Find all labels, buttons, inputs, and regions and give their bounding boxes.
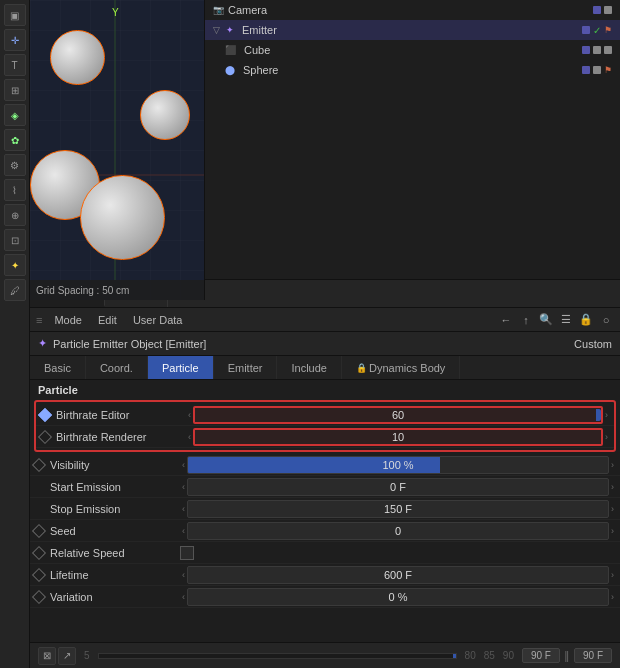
- user-data-button[interactable]: User Data: [129, 314, 187, 326]
- prop-birthrate-editor: Birthrate Editor ‹ 60 ›: [36, 404, 614, 426]
- birthrate-group: Birthrate Editor ‹ 60 › B: [34, 400, 616, 452]
- visibility-label: Visibility: [50, 459, 180, 471]
- frame-start-btn[interactable]: 90 F: [522, 648, 560, 663]
- scene-item-sphere[interactable]: ⬤ Sphere ⚑: [205, 60, 620, 80]
- timeline-ruler[interactable]: [98, 653, 457, 659]
- birthrate-renderer-diamond[interactable]: [38, 429, 52, 443]
- stop-emission-arrow-left[interactable]: ‹: [180, 504, 187, 514]
- start-emission-arrow-right[interactable]: ›: [609, 482, 616, 492]
- scene-item-emitter[interactable]: ▽ ✦ Emitter ✓ ⚑: [205, 20, 620, 40]
- prop-visibility: Visibility ‹ 100 % ›: [30, 454, 620, 476]
- viewport-3d[interactable]: Y Grid Spacing : 50 cm: [30, 0, 205, 300]
- birthrate-renderer-arrow-left[interactable]: ‹: [186, 432, 193, 442]
- prop-start-emission: Start Emission ‹ 0 F ›: [30, 476, 620, 498]
- relative-speed-label: Relative Speed: [50, 547, 180, 559]
- tab-include[interactable]: Include: [277, 356, 341, 379]
- bottom-bar: ⊠ ↗ 5 80 85 90 90 F ‖ 90 F: [30, 642, 620, 668]
- birthrate-renderer-value-container: ‹ 10 ›: [186, 428, 610, 446]
- lifetime-value-container: ‹ 600 F ›: [180, 566, 616, 584]
- start-emission-arrow-left[interactable]: ‹: [180, 482, 187, 492]
- stop-emission-label: Stop Emission: [50, 503, 180, 515]
- stop-emission-value-container: ‹ 150 F ›: [180, 500, 616, 518]
- frame-end-btn[interactable]: 90 F: [574, 648, 612, 663]
- tool-move[interactable]: ✛: [4, 29, 26, 51]
- tab-emitter[interactable]: Emitter: [214, 356, 278, 379]
- seed-diamond[interactable]: [32, 523, 46, 537]
- arrow-left-icon[interactable]: ←: [498, 312, 514, 328]
- sphere-3: [80, 175, 165, 260]
- variation-value-container: ‹ 0 % ›: [180, 588, 616, 606]
- birthrate-editor-field[interactable]: 60: [193, 406, 603, 424]
- variation-label: Variation: [50, 591, 180, 603]
- visibility-arrow-right[interactable]: ›: [609, 460, 616, 470]
- svg-text:Y: Y: [112, 7, 119, 18]
- nav-icons: ⊠ ↗: [38, 647, 76, 665]
- start-emission-field[interactable]: 0 F: [187, 478, 609, 496]
- lifetime-field[interactable]: 600 F: [187, 566, 609, 584]
- birthrate-editor-arrow-left[interactable]: ‹: [186, 410, 193, 420]
- tool-pen[interactable]: ⌇: [4, 179, 26, 201]
- tab-coord[interactable]: Coord.: [86, 356, 148, 379]
- search-icon[interactable]: 🔍: [538, 312, 554, 328]
- visibility-field[interactable]: 100 %: [187, 456, 609, 474]
- tool-select[interactable]: ▣: [4, 4, 26, 26]
- birthrate-renderer-field[interactable]: 10: [193, 428, 603, 446]
- peo-header: ✦ Particle Emitter Object [Emitter] Cust…: [30, 332, 620, 356]
- scene-item-camera[interactable]: 📷 Camera: [205, 0, 620, 20]
- bottom-tool-2[interactable]: ↗: [58, 647, 76, 665]
- tool-pen2[interactable]: 🖊: [4, 279, 26, 301]
- attr-toolbar: ≡ Mode Edit User Data ← ↑ 🔍 ☰ 🔒 ○: [30, 308, 620, 332]
- visibility-arrow-left[interactable]: ‹: [180, 460, 187, 470]
- seed-arrow-left[interactable]: ‹: [180, 526, 187, 536]
- emitter-label: Emitter: [242, 24, 277, 36]
- tab-basic[interactable]: Basic: [30, 356, 86, 379]
- seed-arrow-right[interactable]: ›: [609, 526, 616, 536]
- lock-icon[interactable]: 🔒: [578, 312, 594, 328]
- tab-particle[interactable]: Particle: [148, 356, 214, 379]
- bottom-tool-1[interactable]: ⊠: [38, 647, 56, 665]
- tool-text[interactable]: T: [4, 54, 26, 76]
- stop-emission-field[interactable]: 150 F: [187, 500, 609, 518]
- tool-light[interactable]: ✦: [4, 254, 26, 276]
- sub-tabs-row1: Basic Coord. Particle Emitter Include 🔒 …: [30, 356, 620, 380]
- sphere-label: Sphere: [243, 64, 278, 76]
- birthrate-editor-arrow-right[interactable]: ›: [603, 410, 610, 420]
- tab-dynamics[interactable]: 🔒 Dynamics Body: [342, 356, 460, 379]
- lifetime-arrow-right[interactable]: ›: [609, 570, 616, 580]
- tool-mesh[interactable]: ◈: [4, 104, 26, 126]
- left-icon-strip: ▣ ✛ T ⊞ ◈ ✿ ⚙ ⌇ ⊕ ⊡ ✦ 🖊: [0, 0, 30, 668]
- scene-item-cube[interactable]: ⬛ Cube: [205, 40, 620, 60]
- variation-field[interactable]: 0 %: [187, 588, 609, 606]
- variation-diamond[interactable]: [32, 589, 46, 603]
- variation-arrow-left[interactable]: ‹: [180, 592, 187, 602]
- visibility-diamond[interactable]: [32, 457, 46, 471]
- particle-section-label: Particle: [30, 380, 620, 398]
- circle-icon[interactable]: ○: [598, 312, 614, 328]
- tool-circle[interactable]: ⊕: [4, 204, 26, 226]
- birthrate-renderer-arrow-right[interactable]: ›: [603, 432, 610, 442]
- tool-settings[interactable]: ⚙: [4, 154, 26, 176]
- birthrate-editor-diamond[interactable]: [38, 407, 52, 421]
- variation-arrow-right[interactable]: ›: [609, 592, 616, 602]
- mode-button[interactable]: Mode: [50, 314, 86, 326]
- visibility-value-container: ‹ 100 % ›: [180, 456, 616, 474]
- list-icon[interactable]: ☰: [558, 312, 574, 328]
- viewport-status-bar: Grid Spacing : 50 cm: [30, 280, 204, 300]
- seed-field[interactable]: 0: [187, 522, 609, 540]
- stop-emission-arrow-right[interactable]: ›: [609, 504, 616, 514]
- relative-speed-diamond[interactable]: [32, 545, 46, 559]
- tool-grid[interactable]: ⊞: [4, 79, 26, 101]
- cube-label: Cube: [244, 44, 270, 56]
- tool-brush[interactable]: ✿: [4, 129, 26, 151]
- timeline-cursor: [453, 654, 456, 658]
- lifetime-diamond[interactable]: [32, 567, 46, 581]
- start-emission-label: Start Emission: [50, 481, 180, 493]
- tool-box[interactable]: ⊡: [4, 229, 26, 251]
- lifetime-arrow-left[interactable]: ‹: [180, 570, 187, 580]
- relative-speed-checkbox[interactable]: [180, 546, 194, 560]
- property-rows: Birthrate Editor ‹ 60 › B: [30, 398, 620, 642]
- edit-button[interactable]: Edit: [94, 314, 121, 326]
- start-emission-value-container: ‹ 0 F ›: [180, 478, 616, 496]
- arrow-up-icon[interactable]: ↑: [518, 312, 534, 328]
- grid-spacing-label: Grid Spacing : 50 cm: [36, 285, 129, 296]
